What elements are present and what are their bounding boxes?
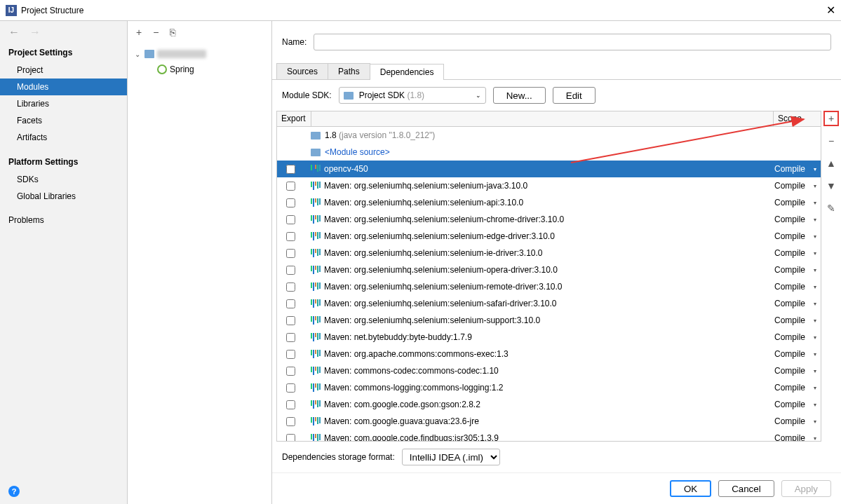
library-icon: [311, 417, 321, 425]
jdk-icon: [311, 132, 321, 139]
name-label: Name:: [282, 37, 307, 47]
dep-row[interactable]: Maven: com.google.guava:guava:23.6-jreCo…: [277, 413, 821, 430]
export-checkbox[interactable]: [286, 417, 295, 426]
close-icon[interactable]: ✕: [826, 4, 835, 17]
move-down-icon[interactable]: ▼: [823, 178, 839, 193]
sidebar-item-sdks[interactable]: SDKs: [0, 171, 127, 188]
edit-sdk-button[interactable]: Edit: [553, 87, 596, 104]
scope-select[interactable]: Compile▾: [773, 433, 821, 441]
scope-select[interactable]: Compile▾: [773, 265, 821, 275]
dep-name: Maven: com.google.code.gson:gson:2.8.2: [324, 400, 773, 409]
cancel-button[interactable]: Cancel: [718, 480, 774, 497]
sidebar-item-global-libraries[interactable]: Global Libraries: [0, 188, 127, 205]
tab-paths[interactable]: Paths: [328, 63, 370, 79]
export-checkbox[interactable]: [286, 383, 295, 393]
chevron-down-icon[interactable]: ⌄: [133, 50, 142, 58]
export-checkbox[interactable]: [286, 266, 295, 275]
remove-dependency-icon[interactable]: −: [823, 133, 839, 149]
dep-row[interactable]: Maven: org.apache.commons:commons-exec:1…: [277, 346, 821, 362]
export-checkbox[interactable]: [286, 434, 295, 442]
dep-row[interactable]: Maven: org.seleniumhq.selenium:selenium-…: [277, 228, 821, 245]
export-checkbox[interactable]: [286, 333, 295, 342]
export-checkbox[interactable]: [286, 350, 295, 359]
export-checkbox[interactable]: [286, 367, 295, 376]
dep-row[interactable]: Maven: org.seleniumhq.selenium:selenium-…: [277, 312, 821, 329]
dep-row[interactable]: Maven: org.seleniumhq.selenium:selenium-…: [277, 295, 821, 312]
export-checkbox[interactable]: [286, 400, 295, 409]
chevron-down-icon: ⌄: [476, 92, 481, 99]
dep-row[interactable]: Maven: com.google.code.findbugs:jsr305:1…: [277, 430, 821, 441]
dep-row-module-source[interactable]: <Module source>: [277, 144, 821, 161]
scope-select[interactable]: Compile▾: [773, 181, 821, 191]
add-dependency-icon[interactable]: +: [823, 111, 839, 126]
storage-format-select[interactable]: IntelliJ IDEA (.iml): [402, 449, 500, 465]
spring-icon: [157, 64, 167, 74]
dep-name: Maven: org.seleniumhq.selenium:selenium-…: [324, 181, 773, 191]
scope-select[interactable]: Compile▾: [773, 282, 821, 292]
dep-row[interactable]: Maven: commons-logging:commons-logging:1…: [277, 379, 821, 396]
dep-row[interactable]: Maven: commons-codec:commons-codec:1.10C…: [277, 362, 821, 379]
dep-row[interactable]: opencv-450Compile▾: [277, 161, 821, 177]
dep-name: Maven: org.apache.commons:commons-exec:1…: [324, 349, 773, 359]
module-sdk-select[interactable]: Project SDK (1.8) ⌄: [339, 87, 486, 104]
export-checkbox[interactable]: [286, 299, 295, 308]
back-icon[interactable]: ←: [8, 26, 20, 39]
module-root-row[interactable]: ⌄: [133, 46, 266, 62]
sidebar-item-artifacts[interactable]: Artifacts: [0, 129, 127, 146]
scope-select[interactable]: Compile▾: [773, 248, 821, 258]
sidebar-item-modules[interactable]: Modules: [0, 79, 127, 95]
module-name-input[interactable]: [314, 34, 831, 50]
dep-row[interactable]: Maven: com.google.code.gson:gson:2.8.2Co…: [277, 396, 821, 413]
add-module-icon[interactable]: +: [136, 27, 142, 38]
column-scope[interactable]: Scope: [773, 111, 821, 126]
scope-select[interactable]: Compile▾: [773, 332, 821, 342]
export-checkbox[interactable]: [286, 182, 295, 191]
dep-row[interactable]: Maven: org.seleniumhq.selenium:selenium-…: [277, 261, 821, 278]
export-checkbox[interactable]: [286, 249, 295, 258]
dep-row-jdk[interactable]: 1.8 (java version "1.8.0_212"): [277, 127, 821, 144]
scope-select[interactable]: Compile▾: [773, 164, 821, 174]
dep-name: Maven: org.seleniumhq.selenium:selenium-…: [324, 198, 773, 207]
export-checkbox[interactable]: [286, 282, 295, 292]
edit-dependency-icon[interactable]: ✎: [823, 200, 839, 216]
dep-row[interactable]: Maven: org.seleniumhq.selenium:selenium-…: [277, 245, 821, 261]
library-icon: [311, 383, 321, 392]
sidebar-item-libraries[interactable]: Libraries: [0, 95, 127, 112]
remove-module-icon[interactable]: −: [153, 27, 159, 38]
export-checkbox[interactable]: [286, 165, 295, 174]
forward-icon[interactable]: →: [29, 26, 41, 39]
scope-select[interactable]: Compile▾: [773, 400, 821, 409]
sidebar-item-problems[interactable]: Problems: [0, 212, 127, 229]
facet-spring-row[interactable]: Spring: [133, 62, 266, 77]
export-checkbox[interactable]: [286, 232, 295, 241]
new-sdk-button[interactable]: New...: [493, 87, 546, 104]
scope-select[interactable]: Compile▾: [773, 315, 821, 325]
column-export[interactable]: Export: [277, 111, 311, 126]
dep-row[interactable]: Maven: net.bytebuddy:byte-buddy:1.7.9Com…: [277, 329, 821, 346]
tab-dependencies[interactable]: Dependencies: [370, 64, 445, 80]
sidebar-item-facets[interactable]: Facets: [0, 112, 127, 129]
scope-select[interactable]: Compile▾: [773, 366, 821, 376]
export-checkbox[interactable]: [286, 215, 295, 224]
export-checkbox[interactable]: [286, 316, 295, 325]
move-up-icon[interactable]: ▲: [823, 156, 839, 171]
scope-select[interactable]: Compile▾: [773, 214, 821, 224]
scope-select[interactable]: Compile▾: [773, 231, 821, 241]
help-icon[interactable]: ?: [8, 486, 20, 497]
scope-select[interactable]: Compile▾: [773, 349, 821, 359]
copy-module-icon[interactable]: ⎘: [170, 27, 175, 38]
export-checkbox[interactable]: [286, 198, 295, 207]
scope-select[interactable]: Compile▾: [773, 416, 821, 426]
dep-row[interactable]: Maven: org.seleniumhq.selenium:selenium-…: [277, 211, 821, 228]
ok-button[interactable]: OK: [670, 480, 711, 497]
dep-row[interactable]: Maven: org.seleniumhq.selenium:selenium-…: [277, 177, 821, 194]
dep-row[interactable]: Maven: org.seleniumhq.selenium:selenium-…: [277, 278, 821, 295]
sidebar-item-project[interactable]: Project: [0, 62, 127, 79]
tab-sources[interactable]: Sources: [276, 63, 328, 79]
scope-select[interactable]: Compile▾: [773, 383, 821, 393]
scope-select[interactable]: Compile▾: [773, 299, 821, 308]
dep-row[interactable]: Maven: org.seleniumhq.selenium:selenium-…: [277, 194, 821, 211]
module-name-redacted: [157, 50, 206, 58]
scope-select[interactable]: Compile▾: [773, 198, 821, 207]
apply-button[interactable]: Apply: [781, 480, 831, 497]
